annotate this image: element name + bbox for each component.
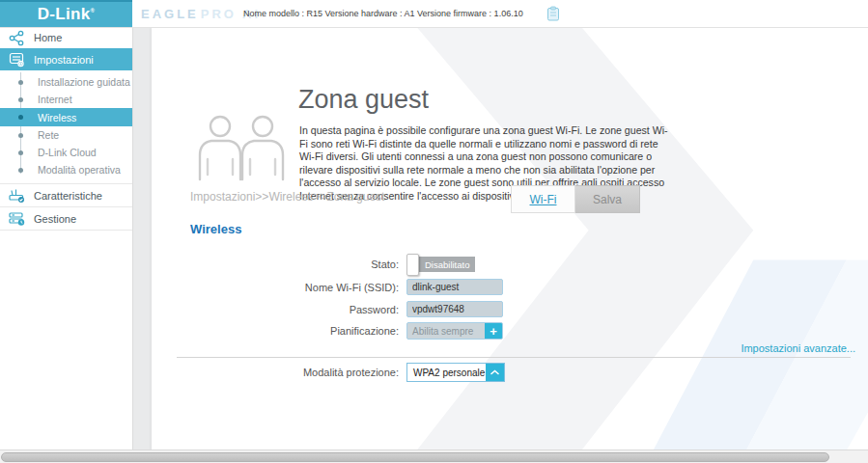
sub-item-label: Rete [38,129,59,141]
security-mode-row: Modalità protezione: WPA2 personale [152,363,692,382]
network-icon [9,30,25,46]
password-row: Password: [152,301,692,317]
brand-eagle: EAGLE [141,7,199,21]
settings-icon [9,51,25,68]
sub-item-label: Modalità operativa [38,164,121,176]
guest-users-icon [194,114,285,181]
horizontal-scrollbar[interactable] [0,449,868,463]
sidebar-item-installazione-guidata[interactable]: Installazione guidata [0,73,132,91]
server-clock-icon [9,210,25,227]
save-button[interactable]: Salva [575,185,640,213]
sidebar-item-dlink-cloud[interactable]: D-Link Cloud [0,144,132,161]
wireless-section-heading: Wireless [190,222,241,236]
sub-item-label: Installazione guidata [38,76,130,88]
sidebar-item-wireless[interactable]: Wireless [0,108,132,126]
password-label: Password: [152,304,406,315]
ssid-label: Nome Wi-Fi (SSID): [152,282,406,293]
security-mode-label: Modalità protezione: [152,367,406,378]
top-bar: D-Link® EAGLEPRO AI Nome modello : R15 V… [0,0,868,28]
security-mode-dropdown[interactable]: WPA2 personale [406,363,505,382]
sidebar-item-caratteristiche[interactable]: Caratteristiche [0,184,132,206]
chevron-up-icon[interactable] [486,364,504,381]
sidebar-item-home[interactable]: Home [0,27,132,48]
sub-item-label: Internet [38,94,72,105]
sidebar-item-label: Impostazioni [34,54,94,66]
password-input[interactable] [406,301,503,317]
wifi-tab-button[interactable]: Wi-Fi [511,185,575,213]
sidebar-item-gestione[interactable]: Gestione [0,207,132,230]
background-watermark [152,27,868,450]
sidebar-item-label: Home [34,32,62,43]
toggle-handle[interactable] [406,254,419,276]
main-content: Zona guest In questa pagina è possibile … [152,27,868,450]
background-watermark [152,27,868,450]
router-check-icon [9,187,25,204]
sidebar-item-impostazioni[interactable]: Impostazioni [0,48,132,70]
page-title: Zona guest [298,85,429,115]
advanced-settings-link[interactable]: Impostazioni avanzate... [741,342,855,354]
dlink-logo-text: D-Link® [38,5,95,24]
schedule-row: Pianificazione: Abilita sempre + [152,322,692,340]
sidebar-divider [0,230,132,231]
ssid-row: Nome Wi-Fi (SSID): [152,279,692,295]
form-divider [177,357,851,358]
dlink-logo: D-Link® [0,0,132,27]
sidebar-item-modalita-operativa[interactable]: Modalità operativa [0,161,132,178]
sub-item-label: D-Link Cloud [38,147,97,158]
status-label: Stato: [152,259,406,270]
sidebar-item-label: Gestione [34,213,76,225]
router-admin-screen: D-Link® EAGLEPRO AI Nome modello : R15 V… [0,0,868,463]
schedule-value: Abilita sempre [407,323,485,339]
sidebar-item-label: Caratteristiche [34,190,102,202]
scrollbar-thumb[interactable] [1,452,829,462]
sidebar-item-rete[interactable]: Rete [0,126,132,144]
clipboard-icon[interactable] [546,6,560,21]
breadcrumb: Impostazioni>>Wireless>>Zona guest [190,190,384,204]
sidebar-nav: Home Impostazioni Installazione guidata … [0,27,133,450]
status-toggle[interactable]: Disabilitato [406,254,475,275]
background-watermark [152,27,868,450]
model-info: Nome modello : R15 Versione hardware : A… [243,9,523,18]
schedule-dropdown[interactable]: Abilita sempre + [406,322,503,340]
status-row: Stato: Disabilitato [152,254,692,275]
add-schedule-button[interactable]: + [485,323,502,339]
sub-item-label: Wireless [38,112,76,123]
security-mode-value: WPA2 personale [407,364,486,381]
action-buttons: Wi-Fi Salva [511,185,640,213]
schedule-label: Pianificazione: [152,325,406,337]
sidebar-item-internet[interactable]: Internet [0,91,132,108]
ssid-input[interactable] [406,279,503,295]
status-toggle-value: Disabilitato [419,257,475,272]
sidebar-sub-menu: Installazione guidata Internet Wireless … [0,70,132,183]
